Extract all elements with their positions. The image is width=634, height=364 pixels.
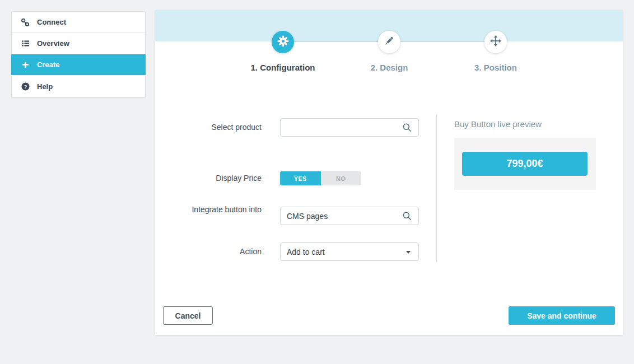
step-configuration-circle[interactable]	[272, 31, 294, 53]
list-icon	[21, 39, 30, 48]
chevron-down-icon	[406, 251, 411, 254]
action-label: Action	[178, 246, 262, 257]
select-product-input[interactable]	[280, 118, 419, 137]
link-icon	[21, 18, 30, 27]
sidebar: Connect Overview Create	[11, 11, 146, 97]
step-design-circle[interactable]	[378, 31, 400, 53]
cancel-button[interactable]: Cancel	[163, 306, 213, 325]
preview-box: 799,00€	[454, 138, 596, 190]
sidebar-item-connect[interactable]: Connect	[12, 12, 145, 33]
sidebar-item-help[interactable]: ? Help	[12, 76, 145, 97]
plus-icon	[21, 60, 30, 69]
step-design-label[interactable]: 2. Design	[339, 63, 440, 72]
svg-text:?: ?	[24, 83, 27, 89]
display-price-label: Display Price	[178, 173, 262, 184]
step-position-label[interactable]: 3. Position	[445, 63, 546, 72]
wizard-panel: 1. Configuration 2. Design 3. Position S…	[155, 10, 623, 335]
sidebar-item-create[interactable]: Create	[11, 54, 146, 76]
action-select-value: Add to cart	[287, 248, 325, 256]
display-price-toggle: YES NO	[280, 171, 361, 185]
sidebar-item-label: Help	[37, 82, 53, 91]
gear-icon	[277, 35, 289, 49]
pencil-icon	[384, 36, 394, 48]
toggle-no-button[interactable]: NO	[321, 171, 362, 185]
search-icon[interactable]	[402, 123, 412, 133]
sidebar-item-overview[interactable]: Overview	[12, 33, 145, 54]
sidebar-item-label: Create	[37, 60, 59, 69]
step-configuration-label[interactable]: 1. Configuration	[232, 63, 333, 72]
action-select[interactable]: Add to cart	[280, 242, 419, 261]
vertical-divider	[436, 115, 437, 262]
sidebar-item-label: Overview	[37, 39, 69, 48]
integrate-button-into-input[interactable]	[280, 207, 419, 225]
select-product-label: Select product	[178, 122, 262, 133]
search-icon[interactable]	[402, 211, 412, 221]
help-icon: ?	[21, 82, 30, 91]
integrate-button-into-label: Integrate button into	[178, 204, 262, 215]
buy-button-preview: 799,00€	[462, 152, 588, 176]
step-position-circle[interactable]	[484, 31, 507, 53]
sidebar-item-label: Connect	[37, 18, 66, 26]
toggle-yes-button[interactable]: YES	[280, 171, 321, 185]
move-icon	[490, 35, 501, 49]
preview-title: Buy Button live preview	[454, 119, 542, 129]
save-and-continue-button[interactable]: Save and continue	[509, 306, 615, 325]
